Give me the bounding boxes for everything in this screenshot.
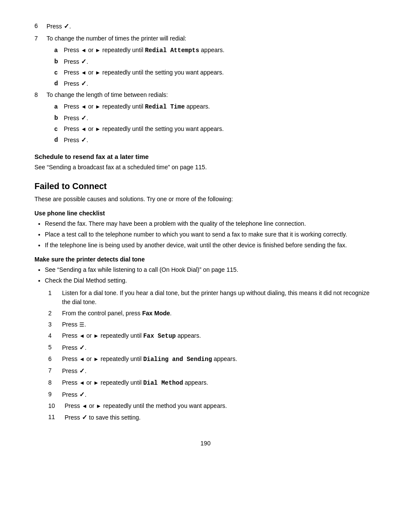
page-content: 6 Press ✓. 7 To change the number of tim… [34, 22, 377, 447]
right-arrow-6: ► [93, 356, 99, 362]
dial-step-1: 1 Listen for a dial tone. If you hear a … [48, 289, 377, 307]
step-7a-label: a [54, 46, 64, 55]
dial-step-11-text: Press ✓ to save this setting. [65, 413, 377, 423]
checkmark-7b: ✓ [81, 58, 87, 65]
left-arrow-6: ◄ [79, 356, 85, 362]
bullet-1: Resend the fax. There may have been a pr… [45, 219, 377, 228]
step-8a-label: a [54, 102, 64, 112]
dial-step-4: 4 Press ◄ or ► repeatedly until Fax Setu… [48, 331, 377, 341]
bullet-3: If the telephone line is being used by a… [45, 241, 377, 250]
step-7d: d Press ✓. [54, 79, 377, 89]
dial-step-10-text: Press ◄ or ► repeatedly until the method… [65, 401, 377, 411]
dial-step-4-num: 4 [48, 331, 62, 341]
left-arrow-10: ◄ [82, 403, 87, 409]
dial-step-6-text: Press ◄ or ► repeatedly until Dialing an… [62, 355, 377, 364]
dial-step-8: 8 Press ◄ or ► repeatedly until Dial Met… [48, 378, 377, 388]
dial-tone-heading: Make sure the printer detects dial tone [34, 256, 377, 263]
step-8: 8 To change the length of time between r… [34, 90, 377, 100]
dial-bullet-2: Check the Dial Method setting. [45, 276, 377, 285]
dial-step-2-num: 2 [48, 309, 62, 318]
dial-step-6: 6 Press ◄ or ► repeatedly until Dialing … [48, 355, 377, 364]
dial-step-1-text: Listen for a dial tone. If you hear a di… [62, 289, 377, 307]
left-arrow-8a: ◄ [81, 103, 87, 110]
step-6-top-text: Press ✓. [47, 22, 377, 31]
checkmark-5: ✓ [79, 344, 85, 351]
step-7a: a Press ◄ or ► repeatedly until Redial A… [54, 46, 377, 55]
dial-step-9: 9 Press ✓. [48, 390, 377, 400]
step-7d-label: d [54, 79, 64, 89]
step-8-num: 8 [34, 90, 47, 100]
bullet-2: Place a test call to the telephone numbe… [45, 230, 377, 239]
step-7c-text: Press ◄ or ► repeatedly until the settin… [64, 68, 377, 77]
step-7b: b Press ✓. [54, 57, 377, 67]
dial-step-5-num: 5 [48, 343, 62, 353]
left-arrow-8c: ◄ [81, 126, 87, 132]
step-7-text: To change the number of times the printe… [47, 34, 377, 43]
dial-step-10-num: 10 [48, 401, 65, 411]
redial-time-code: Redial Time [145, 103, 184, 110]
schedule-heading: Schedule to resend fax at a later time [34, 153, 377, 160]
step-8c: c Press ◄ or ► repeatedly until the sett… [54, 124, 377, 134]
right-arrow-4: ► [93, 333, 99, 339]
dial-step-1-num: 1 [48, 289, 62, 307]
step-7c-label: c [54, 68, 64, 77]
right-arrow-7c: ► [95, 69, 101, 76]
step-8d-text: Press ✓. [64, 135, 377, 145]
step-8b-text: Press ✓. [64, 113, 377, 123]
step-7: 7 To change the number of times the prin… [34, 34, 377, 43]
dial-step-2-text: From the control panel, press Fax Mode. [62, 309, 377, 318]
checkmark-6top: ✓ [64, 22, 69, 30]
dialing-sending-code: Dialing and Sending [143, 356, 212, 363]
step-8a: a Press ◄ or ► repeatedly until Redial T… [54, 102, 377, 112]
dial-step-7-num: 7 [48, 366, 62, 376]
page-number: 190 [200, 440, 210, 447]
dial-step-9-num: 9 [48, 390, 62, 400]
redial-attempts-code: Redial Attempts [145, 47, 199, 54]
left-arrow-7c: ◄ [81, 69, 87, 76]
left-arrow-8: ◄ [79, 380, 85, 386]
step-7d-text: Press ✓. [64, 79, 377, 89]
page-footer: 190 [34, 440, 377, 447]
dial-step-10: 10 Press ◄ or ► repeatedly until the met… [48, 401, 377, 411]
right-arrow-10: ► [96, 403, 102, 409]
dial-step-9-text: Press ✓. [62, 390, 377, 400]
fax-setup-code: Fax Setup [143, 333, 176, 339]
step-8-sub: a Press ◄ or ► repeatedly until Redial T… [54, 102, 377, 145]
left-arrow-7a: ◄ [81, 47, 87, 53]
phone-checklist-heading: Use phone line checklist [34, 210, 377, 217]
step-7a-text: Press ◄ or ► repeatedly until Redial Att… [64, 46, 377, 55]
step-8c-text: Press ◄ or ► repeatedly until the settin… [64, 124, 377, 134]
right-arrow-8a: ► [95, 103, 101, 110]
failed-intro: These are possible causes and solutions.… [34, 195, 377, 204]
dial-step-3-text: Press ☰. [62, 320, 377, 329]
checkmark-9: ✓ [79, 391, 85, 398]
dial-step-11: 11 Press ✓ to save this setting. [48, 413, 377, 423]
menu-icon-3: ☰ [79, 321, 84, 328]
right-arrow-7a: ► [95, 47, 101, 53]
dial-step-6-num: 6 [48, 355, 62, 364]
checkmark-11: ✓ [82, 414, 87, 421]
step-7-sub: a Press ◄ or ► repeatedly until Redial A… [54, 46, 377, 89]
dial-method-code: Dial Method [143, 380, 183, 386]
step-8d: d Press ✓. [54, 135, 377, 145]
dial-step-5: 5 Press ✓. [48, 343, 377, 353]
left-arrow-4: ◄ [79, 333, 85, 339]
step-8a-text: Press ◄ or ► repeatedly until Redial Tim… [64, 102, 377, 112]
checkmark-7: ✓ [79, 367, 85, 374]
dial-step-11-num: 11 [48, 413, 65, 423]
step-6-top: 6 Press ✓. [34, 22, 377, 31]
step-8-text: To change the length of time between red… [47, 90, 377, 100]
dial-step-8-num: 8 [48, 378, 62, 388]
checkmark-7d: ✓ [81, 80, 87, 87]
step-7b-label: b [54, 57, 64, 67]
step-8c-label: c [54, 124, 64, 134]
dial-step-2: 2 From the control panel, press Fax Mode… [48, 309, 377, 318]
dial-step-7: 7 Press ✓. [48, 366, 377, 376]
step-8b: b Press ✓. [54, 113, 377, 123]
step-7c: c Press ◄ or ► repeatedly until the sett… [54, 68, 377, 77]
dial-step-8-text: Press ◄ or ► repeatedly until Dial Metho… [62, 378, 377, 388]
step-6-top-num: 6 [34, 22, 47, 31]
dial-step-3: 3 Press ☰. [48, 320, 377, 329]
dial-tone-steps: 1 Listen for a dial tone. If you hear a … [48, 289, 377, 423]
step-8d-label: d [54, 135, 64, 145]
